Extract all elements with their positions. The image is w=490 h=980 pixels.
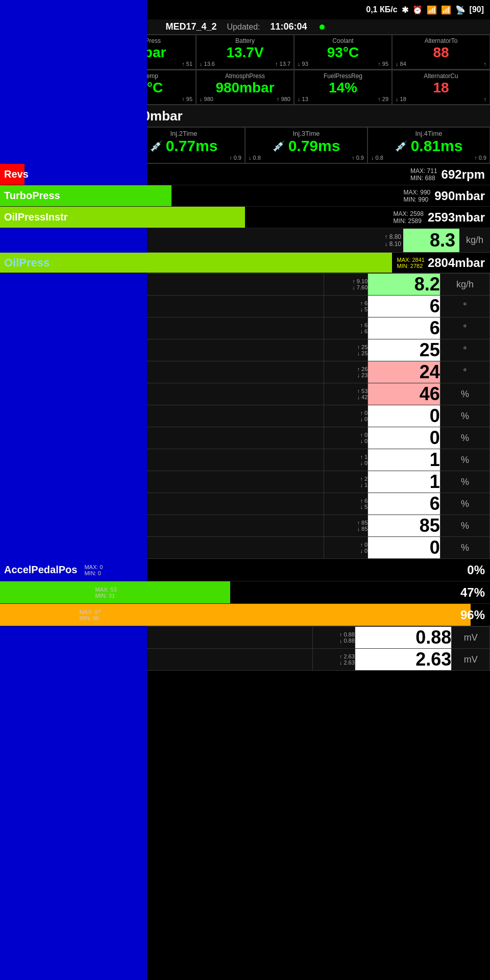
signal-icon1: 📶	[427, 5, 437, 15]
dt-value: 0	[368, 405, 440, 427]
connected-dot	[320, 24, 325, 30]
gauge-minmax: ↓ 84 ↑	[395, 61, 487, 67]
dt-unit: °	[440, 339, 489, 361]
gauge-minmax: ↓ 13 ↑ 29	[297, 96, 389, 102]
bottom-bar-min: MIN: 0	[84, 570, 103, 576]
gauge-value: 93°C	[297, 44, 389, 61]
inj-icon: 💉	[273, 140, 285, 152]
inj-time: 0.81ms	[411, 137, 463, 155]
bar-max: MAX: 2598	[394, 210, 424, 217]
dt-arrows: ↑ 6↓ 5	[324, 493, 368, 515]
inj-icon: 💉	[395, 140, 408, 152]
inj-icon: 💉	[150, 140, 163, 152]
device-id: MED17_4_2	[165, 21, 216, 32]
inj-time: 0.77ms	[166, 137, 218, 155]
bottom-bar-minmax: MAX: 53 MIN: 31	[92, 586, 119, 599]
knock-unit: mV	[452, 627, 490, 649]
gauge-minmax: ↓ 18 ↑	[395, 96, 487, 102]
dt-arrows: ↑ 0↓ 0	[324, 405, 368, 427]
gauge-label: Coolant	[297, 37, 389, 44]
knock-unit: mV	[452, 649, 490, 671]
bar-label: Revs	[0, 168, 92, 180]
bar-minmax: MAX: 711 MIN: 688	[406, 167, 442, 182]
bottom-bar-label: OilPumpValve	[0, 609, 76, 621]
dt-arrows: ↑ 0↓ 0	[324, 537, 368, 559]
dt-value: 6	[368, 296, 440, 317]
inj-label: Inj.3Time	[249, 130, 364, 137]
gauge-label: Battery	[199, 37, 291, 44]
wifi-icon: 📡	[455, 5, 465, 15]
bar-value: 2593mbar	[428, 210, 490, 225]
bluetooth-icon: ✱	[402, 5, 408, 15]
bottom-bar-oilpumpvalve: OilPumpValve MAX: 97 MIN: 96 96%	[0, 604, 490, 626]
dt-value: 0	[368, 427, 440, 449]
inj-value: 💉 0.81ms	[371, 137, 486, 155]
inj-cell-inj.4time: Inj.4Time 💉 0.81ms ↓ 0.8 ↑ 0.9	[368, 127, 490, 163]
bar-label: OilPressInstr	[0, 211, 92, 223]
gauge-min-arrow: ↓ 18	[396, 96, 406, 102]
bottom-bar-minmax: MAX: 0 MIN: 0	[81, 564, 106, 576]
bottom-bar-value: 0%	[467, 563, 490, 577]
gauge-label: AlternatorCu	[395, 72, 487, 80]
gauge-max-arrow: ↑ 29	[378, 96, 388, 102]
turbo-instr-bar: TurboInstr MAX: 980 MIN: 980 980mbar	[0, 105, 490, 127]
gauge-cell-coolant: Coolant 93°C ↓ 93 ↑ 95	[294, 35, 392, 69]
bar-value: 990mbar	[434, 189, 490, 203]
updated-time: 11:06:04	[270, 21, 307, 32]
dt-unit: %	[440, 537, 489, 559]
bottom-bar-min: MIN: 31	[95, 593, 116, 599]
measured-air-flow-arrows: ↑ 8.80 ↓ 8.10	[382, 233, 403, 248]
dt-value: 6	[368, 317, 440, 339]
bottom-bar-alternatorcharge: AlternatorCharge MAX: 53 MIN: 31 47%	[0, 581, 490, 604]
gauge-label: AlternatorTo	[395, 37, 487, 44]
gauge-label: FuelPressReg	[297, 72, 389, 80]
gauge-bars: Revs MAX: 711 MIN: 688 692rpm TurboPress…	[0, 164, 490, 228]
gauge-max-arrow: ↑	[484, 96, 487, 102]
dt-arrows: ↑ 6↓ 6	[324, 317, 368, 339]
bar-value: 692rpm	[442, 167, 490, 182]
inj-max: ↑ 0.9	[474, 155, 486, 161]
measured-air-flow-arrow-down: ↓ 8.10	[384, 240, 401, 248]
signal-icon2: 📶	[441, 5, 451, 15]
dt-unit: °	[440, 361, 489, 383]
oilpress-max: MAX: 2841	[397, 257, 425, 263]
inj-time: 0.79ms	[288, 137, 340, 155]
bottom-bar-max: MAX: 53	[95, 586, 116, 593]
dt-unit: %	[440, 383, 489, 405]
dt-arrows: ↑ 9.10↓ 7.60	[324, 274, 368, 296]
bottom-bar-minmax: MAX: 97 MIN: 96	[76, 609, 104, 621]
gauge-cell-fuelpressreg: FuelPressReg 14% ↓ 13 ↑ 29	[294, 70, 392, 105]
dt-unit: %	[440, 515, 489, 537]
dt-value: 85	[368, 515, 440, 537]
updated-label: Updated:	[227, 22, 260, 32]
network-speed: 0,1 КБ/с	[366, 5, 397, 14]
dt-value: 25	[368, 339, 440, 361]
gauge-min-arrow: ↓ 13.6	[200, 61, 215, 67]
bottom-bar-min: MIN: 96	[79, 615, 101, 621]
bar-max: MAX: 711	[410, 167, 437, 175]
dt-value: 46	[368, 383, 440, 405]
inj-cell-inj.3time: Inj.3Time 💉 0.79ms ↓ 0.8 ↑ 0.9	[245, 127, 368, 163]
bottom-bar-label: AccelPedalPos	[0, 564, 81, 576]
dt-unit: °	[440, 296, 489, 317]
dt-unit: °	[440, 317, 489, 339]
gauge-cell-alternatorcu: AlternatorCu 18 ↓ 18 ↑	[392, 70, 490, 105]
inj-min: ↓ 0.8	[371, 155, 383, 161]
gauge-max-arrow: ↑ 51	[182, 61, 192, 67]
dt-value: 0	[368, 537, 440, 559]
knock-value: 2.63	[355, 649, 451, 671]
dt-unit: kg/h	[440, 274, 489, 296]
knock-arrows: ↑ 2.63↓ 2.63	[313, 649, 355, 671]
gauge-value: 88	[395, 44, 487, 61]
bar-minmax: MAX: 990 MIN: 990	[400, 189, 435, 203]
alarm-icon: ⏰	[412, 5, 423, 15]
measured-air-flow-unit: kg/h	[459, 235, 490, 246]
dt-value: 8.2	[368, 274, 440, 296]
gauge-min-arrow: ↓ 13	[298, 96, 308, 102]
gauge-max-arrow: ↑ 980	[277, 96, 290, 102]
bar-minmax: MAX: 2598 MIN: 2589	[389, 210, 428, 225]
gauge-min-arrow: ↓ 84	[396, 61, 406, 67]
dt-arrows: ↑ 53↓ 42	[324, 383, 368, 405]
gauge-max-arrow: ↑	[484, 61, 487, 67]
inj-max: ↑ 0.9	[352, 155, 364, 161]
